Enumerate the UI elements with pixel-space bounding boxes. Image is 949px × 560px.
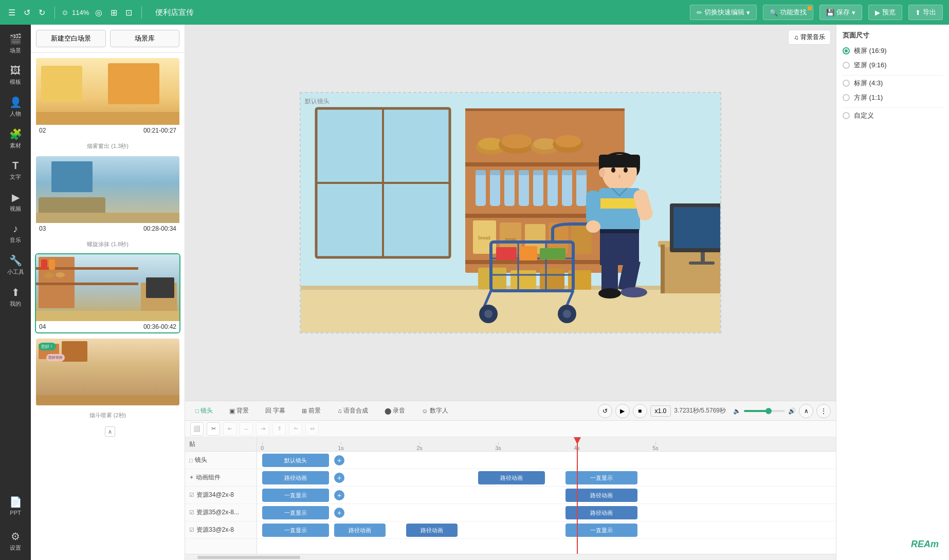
stop-button[interactable]: ■	[633, 404, 647, 418]
track-label-res35: ☑ 资源35@2x-8...	[185, 504, 257, 521]
frame-icon[interactable]: ⊡	[123, 6, 134, 20]
scene-item-05[interactable]: 您好！ 您好你好	[35, 338, 180, 406]
svg-rect-82	[600, 229, 639, 265]
ruler-2s: 2s	[416, 445, 423, 451]
scissors-btn[interactable]: ✂	[207, 422, 220, 436]
bg-music-button[interactable]: ♫ 背景音乐	[788, 30, 831, 45]
tab-digital[interactable]: ☺ 数字人	[416, 403, 453, 418]
preview-button[interactable]: ▶ 预览	[868, 5, 902, 20]
scene-item-02[interactable]: 02 00:21-00:27	[35, 57, 180, 137]
track-block-default-lens[interactable]: 默认镜头	[262, 454, 329, 467]
track-add-lens[interactable]: +	[334, 455, 344, 465]
svg-rect-26	[504, 170, 515, 175]
tab-lens[interactable]: □ 镜头	[190, 403, 218, 418]
option-standard[interactable]: 标屏 (4:3)	[843, 79, 943, 88]
lens-icon: □	[195, 407, 199, 415]
track-add-res35[interactable]: +	[334, 508, 344, 518]
tab-subtitle[interactable]: 回 字幕	[260, 403, 290, 418]
character-icon: 👤	[9, 96, 22, 108]
voice-icon: ♫	[337, 407, 342, 415]
more-button[interactable]: ⋮	[816, 404, 831, 418]
track-block-res33-2[interactable]: 路径动画	[334, 524, 386, 537]
extend-btn[interactable]: ⇔	[305, 422, 319, 436]
play-button[interactable]: ▶	[615, 404, 630, 418]
main-layout: 🎬 场景 🖼 模板 👤 人物 🧩 素材 T 文字 ▶ 视频 ♪ 音乐 🔧	[0, 25, 949, 560]
svg-rect-9	[465, 108, 625, 111]
sidebar-item-video[interactable]: ▶ 视频	[2, 187, 29, 217]
sidebar-item-text-label: 文字	[10, 173, 21, 181]
canvas-preview[interactable]: 默认镜头	[300, 92, 721, 333]
sidebar-item-music[interactable]: ♪ 音乐	[2, 219, 29, 248]
search-icon: 🔍	[770, 9, 778, 16]
sidebar-item-settings-label: 设置	[10, 544, 21, 552]
tab-bg[interactable]: ▣ 背景	[224, 403, 254, 418]
track-block-res34-1[interactable]: 一直显示	[262, 489, 329, 502]
reset-button[interactable]: ↺	[598, 404, 612, 418]
sidebar-item-assets[interactable]: 🧩 素材	[2, 124, 29, 154]
scene-transition-05: 烟斗喷雾 (2秒)	[35, 410, 180, 420]
ruler-0: 0	[261, 445, 264, 451]
new-scene-button[interactable]: 新建空白场景	[36, 30, 106, 47]
track-block-res33-3[interactable]: 路径动画	[406, 524, 458, 537]
track-block-res34-2[interactable]: 路径动画	[565, 489, 637, 502]
track-block-res33-4[interactable]: 一直显示	[565, 524, 637, 537]
timeline-controls: ↺ ▶ ■ x1.0 3.7231秒/5.5769秒 🔈 🔊 ∧ ⋮	[598, 404, 831, 418]
scene-library-button[interactable]: 场景库	[110, 30, 180, 47]
sidebar-item-ppt[interactable]: 📄 PPT	[2, 492, 29, 520]
tab-foreground[interactable]: ⊞ 前景	[297, 403, 326, 418]
export-button[interactable]: ⬆ 导出	[908, 5, 943, 20]
svg-rect-27	[519, 173, 529, 206]
option-landscape[interactable]: 横屏 (16:9)	[843, 46, 943, 55]
track-block-anim-1[interactable]: 路径动画	[262, 471, 329, 484]
align-left-btn[interactable]: ⇤	[223, 422, 236, 436]
timeline-scroll-thumb[interactable]	[197, 556, 300, 559]
track-block-anim-2[interactable]: 路径动画	[478, 471, 545, 484]
track-block-res35-2[interactable]: 路径动画	[565, 506, 637, 519]
ruler-3s: 3s	[495, 445, 501, 451]
svg-rect-68	[496, 247, 517, 260]
sidebar-item-template[interactable]: 🖼 模板	[2, 61, 29, 90]
volume-slider[interactable]	[744, 410, 785, 412]
sidebar-item-character[interactable]: 👤 人物	[2, 92, 29, 122]
track-add-anim[interactable]: +	[334, 473, 344, 483]
expand-button[interactable]: ∧	[799, 404, 813, 418]
tab-record[interactable]: ⬤ 录音	[379, 403, 410, 418]
export-icon: ⬆	[915, 9, 921, 16]
undo-button[interactable]: ↺	[22, 6, 32, 20]
option-square[interactable]: 方屏 (1:1)	[843, 93, 943, 102]
scene-item-03[interactable]: 03 00:28-00:34	[35, 155, 180, 235]
option-custom[interactable]: 自定义	[843, 111, 943, 120]
track-add-res34[interactable]: +	[334, 490, 344, 500]
track-block-res35-1[interactable]: 一直显示	[262, 506, 329, 519]
track-block-res33-1[interactable]: 一直显示	[262, 524, 329, 537]
menu-icon[interactable]: ☰	[6, 6, 17, 20]
save-button[interactable]: 💾 保存 ▾	[819, 5, 862, 20]
sidebar-item-my[interactable]: ⬆ 我的	[2, 282, 29, 312]
quick-edit-button[interactable]: ✏ 切换快速编辑 ▾	[690, 5, 757, 20]
sidebar-item-text[interactable]: T 文字	[2, 156, 29, 185]
align-right-btn[interactable]: ⇥	[256, 422, 269, 436]
filter-btn[interactable]: ⬜	[190, 422, 204, 436]
collapse-scene-list-btn[interactable]: ∧	[105, 426, 115, 437]
redo-button[interactable]: ↻	[36, 6, 47, 20]
option-portrait[interactable]: 竖屏 (9:16)	[843, 61, 943, 70]
track-block-anim-3[interactable]: 一直显示	[565, 471, 637, 484]
align-top-btn[interactable]: ⇑	[272, 422, 286, 436]
scene-item-04[interactable]: 04 00:36-00:42	[35, 253, 180, 333]
svg-point-65	[484, 310, 492, 318]
canvas-area: ♫ 背景音乐 默认镜头	[185, 25, 836, 401]
fullscreen-icon[interactable]: ◎	[93, 6, 104, 20]
align-center-btn[interactable]: ↔	[240, 422, 253, 436]
grid-icon[interactable]: ⊞	[108, 6, 119, 20]
speed-badge[interactable]: x1.0	[650, 405, 671, 417]
res34-track-icon: ☑	[189, 492, 194, 498]
sidebar-item-settings[interactable]: ⚙ 设置	[2, 526, 29, 556]
tab-voice[interactable]: ♫ 语音合成	[332, 403, 373, 418]
cut-btn[interactable]: ✁	[289, 422, 302, 436]
feature-search-button[interactable]: 🔍 功能查找	[763, 5, 813, 20]
video-icon: ▶	[12, 191, 20, 203]
center-area: ♫ 背景音乐 默认镜头	[185, 25, 836, 560]
sidebar-item-scene[interactable]: 🎬 场景	[2, 29, 29, 59]
text-icon: T	[12, 160, 19, 172]
sidebar-item-tools[interactable]: 🔧 小工具	[2, 250, 29, 280]
